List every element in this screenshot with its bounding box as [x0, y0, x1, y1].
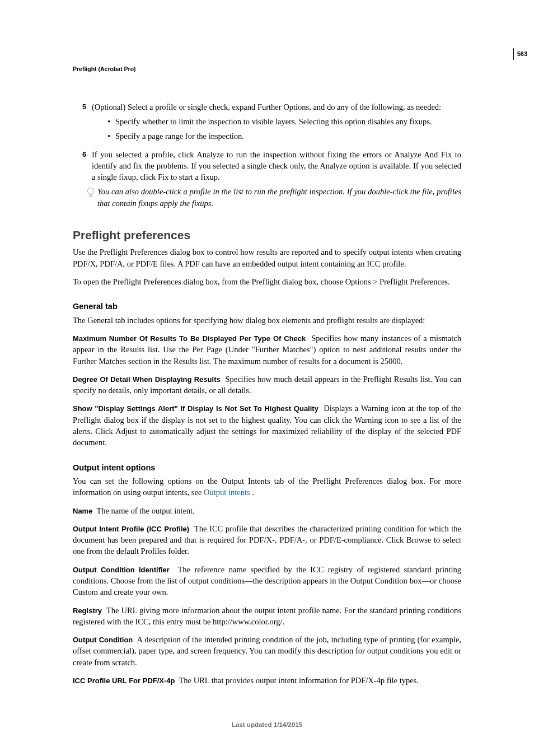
- option-display-alert: Show "Display Settings Alert" If Display…: [73, 403, 461, 448]
- chapter-title: Preflight (Acrobat Pro): [73, 65, 461, 73]
- page-footer: Last updated 1/14/2015: [0, 720, 534, 729]
- option-desc: The URL giving more information about th…: [73, 606, 461, 626]
- output-intro: You can set the following options on the…: [73, 475, 461, 498]
- step-5: 5 (Optional) Select a profile or single …: [73, 101, 461, 146]
- tip-block: You can also double-click a profile in t…: [86, 186, 461, 209]
- option-term: Registry: [73, 606, 102, 615]
- option-term: Maximum Number Of Results To Be Displaye…: [73, 334, 306, 343]
- option-output-condition: Output Condition A description of the in…: [73, 634, 461, 668]
- heading-general-tab: General tab: [73, 301, 461, 312]
- paragraph: The General tab includes options for spe…: [73, 315, 461, 326]
- bullet-item: Specify a page range for the inspection.: [107, 130, 461, 142]
- text: You can set the following options on the…: [73, 477, 461, 497]
- option-max-results: Maximum Number Of Results To Be Displaye…: [73, 333, 461, 367]
- page-number: 563: [513, 48, 527, 60]
- option-desc: The URL that provides output intent info…: [179, 676, 419, 685]
- option-condition-identifier: Output Condition Identifier The referenc…: [73, 564, 461, 598]
- option-icc-url: ICC Profile URL For PDF/X-4p The URL tha…: [73, 675, 461, 686]
- lightbulb-icon: [86, 186, 97, 201]
- heading-preflight-preferences: Preflight preferences: [73, 227, 461, 243]
- option-term: Output Condition: [73, 636, 133, 644]
- paragraph: Use the Preflight Preferences dialog box…: [73, 246, 461, 269]
- step-5-text: (Optional) Select a profile or single ch…: [92, 102, 441, 111]
- option-registry: Registry The URL giving more information…: [73, 605, 461, 628]
- step-6-text: If you selected a profile, click Analyze…: [92, 149, 461, 183]
- document-page: 563 Preflight (Acrobat Pro) 5 (Optional)…: [0, 0, 534, 756]
- option-desc: The name of the output intent.: [96, 506, 195, 515]
- option-term: ICC Profile URL For PDF/X-4p: [73, 676, 175, 685]
- text: .: [250, 488, 254, 497]
- svg-point-0: [88, 188, 94, 194]
- output-intents-link[interactable]: Output intents: [204, 488, 250, 497]
- option-term: Output Intent Profile (ICC Profile): [73, 525, 189, 533]
- step-6: 6 If you selected a profile, click Analy…: [73, 149, 461, 183]
- option-name: Name The name of the output intent.: [73, 505, 461, 516]
- option-term: Degree Of Detail When Displaying Results: [73, 375, 221, 384]
- option-term: Show "Display Settings Alert" If Display…: [73, 404, 318, 413]
- bullet-item: Specify whether to limit the inspection …: [107, 116, 461, 127]
- tip-text: You can also double-click a profile in t…: [97, 186, 461, 209]
- option-term: Name: [73, 507, 92, 515]
- step-5-bullets: Specify whether to limit the inspection …: [92, 116, 461, 142]
- step-number: 6: [73, 149, 92, 183]
- step-body: (Optional) Select a profile or single ch…: [92, 101, 461, 146]
- option-term: Output Condition Identifier: [73, 566, 170, 574]
- option-icc-profile: Output Intent Profile (ICC Profile) The …: [73, 523, 461, 557]
- heading-output-intent: Output intent options: [73, 462, 461, 473]
- option-degree-detail: Degree Of Detail When Displaying Results…: [73, 374, 461, 396]
- paragraph: To open the Preflight Preferences dialog…: [73, 276, 461, 287]
- step-number: 5: [73, 101, 92, 146]
